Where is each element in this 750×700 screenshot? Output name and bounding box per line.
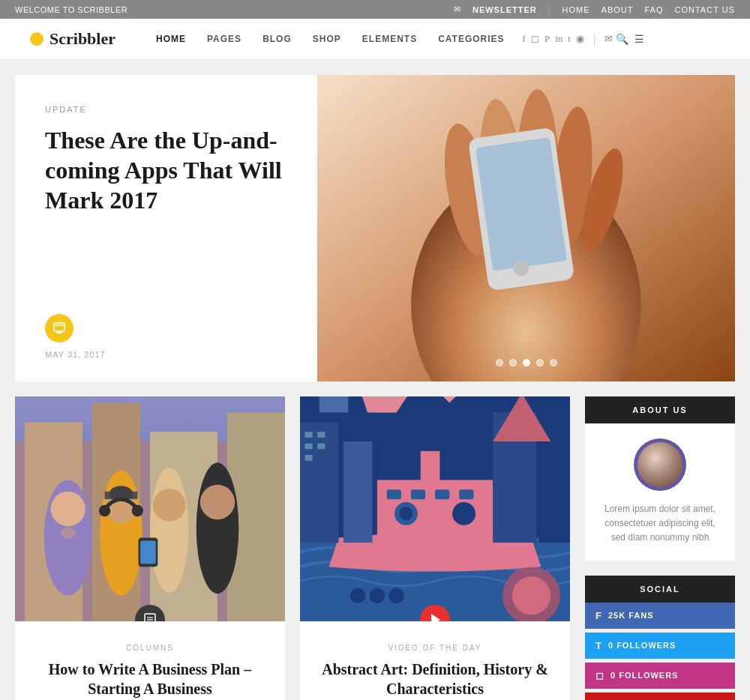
nav-blog[interactable]: BLOG xyxy=(252,34,302,44)
svg-rect-3 xyxy=(58,331,60,333)
hero-date: MAY 31, 2017 xyxy=(45,350,287,359)
svg-point-62 xyxy=(512,576,550,615)
facebook-icon[interactable]: f xyxy=(523,33,526,45)
hero-icon-badge xyxy=(45,314,74,343)
hero-dot-5[interactable] xyxy=(550,359,557,366)
svg-point-28 xyxy=(153,489,186,522)
svg-rect-51 xyxy=(344,441,373,543)
instagram-label: 0 FOLLOWERS xyxy=(610,671,678,680)
svg-point-21 xyxy=(51,492,86,526)
newsletter-icon: ✉ xyxy=(454,4,461,14)
nav-pages[interactable]: PAGES xyxy=(196,34,252,44)
card-image-1 xyxy=(15,396,285,621)
instagram-button[interactable]: ◻ 0 FOLLOWERS xyxy=(585,663,735,689)
logo-text: Scribbler xyxy=(50,29,116,49)
sidebar: ABOUT US Lorem ipsum dolor sit amet, con… xyxy=(585,396,735,700)
email-nav-icon[interactable]: ✉ xyxy=(604,33,613,45)
avatar-image xyxy=(638,442,682,487)
instagram-icon[interactable]: ◻ xyxy=(531,33,539,45)
svg-point-22 xyxy=(60,527,76,538)
pinterest-icon[interactable]: P xyxy=(544,33,550,45)
nav-elements[interactable]: ELEMENTS xyxy=(352,34,428,44)
logo-dot xyxy=(30,32,44,46)
svg-point-47 xyxy=(452,502,476,525)
about-widget: ABOUT US Lorem ipsum dolor sit amet, con… xyxy=(585,396,735,561)
hero-section: UPDATE These Are the Up-and-coming Apps … xyxy=(15,75,735,381)
svg-point-31 xyxy=(99,505,110,516)
top-nav-about[interactable]: ABOUT xyxy=(602,5,634,14)
twitter-icon: t xyxy=(596,640,602,651)
svg-rect-43 xyxy=(411,489,425,499)
about-content: Lorem ipsum dolor sit amet, consectetuer… xyxy=(585,423,735,561)
facebook-button[interactable]: f 25K FANS xyxy=(585,603,735,629)
svg-marker-67 xyxy=(431,614,440,621)
hero-title[interactable]: These Are the Up-and-coming Apps That Wi… xyxy=(45,125,287,215)
card1-illustration xyxy=(15,396,285,621)
cards-row: COLUMNS How to Write A Business Plan – S… xyxy=(15,396,570,700)
twitter-button[interactable]: t 0 FOLLOWERS xyxy=(585,633,735,659)
hero-dot-1[interactable] xyxy=(496,359,503,366)
svg-rect-0 xyxy=(54,323,64,331)
top-bar-right: ✉ NEWSLETTER | HOME ABOUT FAQ CONTACT US xyxy=(454,4,735,14)
menu-icon[interactable]: ☰ xyxy=(632,33,647,46)
svg-rect-55 xyxy=(317,432,325,438)
top-bar: WELCOME TO SCRIBBLER ✉ NEWSLETTER | HOME… xyxy=(0,0,750,19)
hero-image xyxy=(317,75,735,381)
top-nav-contact[interactable]: CONTACT US xyxy=(675,5,736,14)
facebook-label: 25K FANS xyxy=(608,611,654,620)
svg-rect-41 xyxy=(377,480,493,543)
hero-dot-2[interactable] xyxy=(509,359,517,366)
instagram-btn-icon: ◻ xyxy=(596,670,604,681)
nav-shop[interactable]: SHOP xyxy=(302,34,352,44)
cards-area: COLUMNS How to Write A Business Plan – S… xyxy=(15,396,570,700)
svg-rect-49 xyxy=(421,451,440,485)
card1-title[interactable]: How to Write A Business Plan – Starting … xyxy=(30,660,270,699)
social-widget: SOCIAL f 25K FANS t 0 FOLLOWERS ◻ 0 FOLL… xyxy=(585,576,735,700)
hero-text: UPDATE These Are the Up-and-coming Apps … xyxy=(15,75,317,381)
search-icon[interactable]: 🔍 xyxy=(613,33,632,46)
card2-category: VIDEO OF THE DAY xyxy=(315,644,555,652)
youtube-button[interactable]: ▶ 30K SUBSCRIBER xyxy=(585,693,735,700)
card2-body: VIDEO OF THE DAY Abstract Art: Definitio… xyxy=(300,621,570,700)
newsletter-link[interactable]: NEWSLETTER xyxy=(472,5,537,14)
logo[interactable]: Scribbler xyxy=(30,29,116,49)
card2-title[interactable]: Abstract Art: Definition, History & Char… xyxy=(315,660,555,699)
svg-point-29 xyxy=(196,462,239,594)
svg-point-32 xyxy=(132,505,143,516)
tumblr-icon[interactable]: t xyxy=(568,33,571,45)
card-image-2 xyxy=(300,396,570,621)
svg-rect-50 xyxy=(300,422,338,543)
svg-point-27 xyxy=(150,468,188,593)
social-heading: SOCIAL xyxy=(585,576,735,603)
svg-point-30 xyxy=(200,485,235,519)
social-buttons: f 25K FANS t 0 FOLLOWERS ◻ 0 FOLLOWERS ▶… xyxy=(585,603,735,700)
rss-icon[interactable]: ◉ xyxy=(576,33,584,45)
twitter-label: 0 FOLLOWERS xyxy=(608,641,676,650)
nav-home[interactable]: HOME xyxy=(146,34,196,44)
svg-point-65 xyxy=(388,588,404,603)
nav-categories[interactable]: CATEGORIES xyxy=(428,34,514,44)
card-1: COLUMNS How to Write A Business Plan – S… xyxy=(15,396,285,700)
about-heading: ABOUT US xyxy=(585,396,735,423)
about-text: Lorem ipsum dolor sit amet, consectetuer… xyxy=(600,502,720,546)
svg-rect-34 xyxy=(140,540,156,564)
nav-divider: | xyxy=(593,32,596,46)
svg-point-64 xyxy=(370,588,386,603)
facebook-icon: f xyxy=(596,610,602,621)
hero-dot-3[interactable] xyxy=(523,359,530,366)
bottom-section: COLUMNS How to Write A Business Plan – S… xyxy=(15,396,735,700)
card-2: VIDEO OF THE DAY Abstract Art: Definitio… xyxy=(300,396,570,700)
svg-rect-54 xyxy=(304,432,312,438)
svg-point-48 xyxy=(399,507,412,520)
top-nav-faq[interactable]: FAQ xyxy=(644,5,663,14)
svg-point-63 xyxy=(350,588,366,603)
main-nav: HOME PAGES BLOG SHOP ELEMENTS CATEGORIES… xyxy=(146,32,720,46)
svg-rect-57 xyxy=(317,444,325,450)
top-nav-home[interactable]: HOME xyxy=(562,5,590,14)
divider: | xyxy=(548,5,551,14)
hero-dot-4[interactable] xyxy=(536,359,544,366)
svg-rect-59 xyxy=(320,396,349,412)
linkedin-icon[interactable]: in xyxy=(555,33,562,45)
svg-rect-45 xyxy=(459,489,473,499)
header: Scribbler HOME PAGES BLOG SHOP ELEMENTS … xyxy=(0,19,750,60)
